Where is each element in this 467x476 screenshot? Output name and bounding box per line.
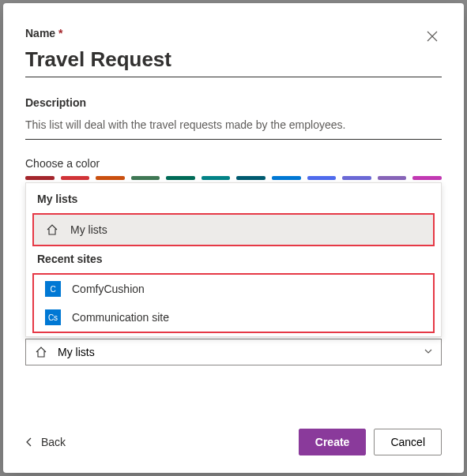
save-location-value: My lists: [58, 346, 95, 358]
name-label: Name *: [25, 27, 442, 39]
group-my-lists-header: My lists: [26, 193, 441, 213]
color-swatch[interactable]: [272, 176, 301, 180]
chevron-left-icon: [25, 437, 33, 448]
option-label: ComfyCushion: [72, 283, 145, 295]
option-my-lists[interactable]: My lists: [34, 215, 433, 245]
close-icon: [427, 31, 438, 42]
back-button[interactable]: Back: [25, 436, 66, 448]
name-input[interactable]: [25, 44, 442, 77]
group-recent-sites-header: Recent sites: [26, 253, 441, 273]
site-icon: Cs: [45, 309, 61, 325]
color-swatch[interactable]: [236, 176, 266, 180]
color-swatch[interactable]: [96, 176, 125, 180]
close-button[interactable]: [423, 27, 442, 46]
highlight-recent-sites: C ComfyCushion Cs Communication site: [32, 273, 435, 333]
site-icon: C: [45, 281, 61, 297]
color-swatch[interactable]: [307, 176, 337, 180]
description-label: Description: [25, 96, 442, 109]
color-swatch[interactable]: [342, 176, 371, 180]
save-location-dropdown-panel: My lists My lists Recent sites C ComfyCu…: [25, 182, 442, 337]
color-row: [25, 176, 442, 182]
choose-color-label: Choose a color: [25, 157, 442, 170]
cancel-button[interactable]: Cancel: [374, 429, 442, 455]
required-asterisk: *: [58, 27, 62, 39]
color-swatch[interactable]: [166, 176, 195, 180]
description-input[interactable]: [25, 114, 442, 140]
create-button[interactable]: Create: [299, 429, 367, 455]
option-communication-site[interactable]: Cs Communication site: [34, 303, 433, 332]
option-label: Communication site: [72, 311, 169, 324]
color-swatch[interactable]: [412, 176, 442, 180]
color-swatch[interactable]: [25, 176, 55, 180]
highlight-my-lists: My lists: [32, 213, 435, 246]
dialog-footer: Back Create Cancel: [25, 429, 442, 455]
home-icon: [45, 223, 59, 237]
color-swatch[interactable]: [201, 176, 231, 180]
color-swatch[interactable]: [378, 176, 407, 180]
create-list-dialog: Name * Description Choose a color My lis…: [3, 3, 464, 473]
option-label: My lists: [70, 223, 107, 236]
home-icon: [34, 345, 48, 359]
color-swatch[interactable]: [61, 176, 90, 180]
option-comfycushion[interactable]: C ComfyCushion: [34, 275, 433, 303]
color-swatch[interactable]: [131, 176, 160, 180]
chevron-down-icon: [424, 346, 433, 358]
back-label: Back: [41, 436, 66, 448]
save-location-select[interactable]: My lists: [25, 339, 442, 365]
